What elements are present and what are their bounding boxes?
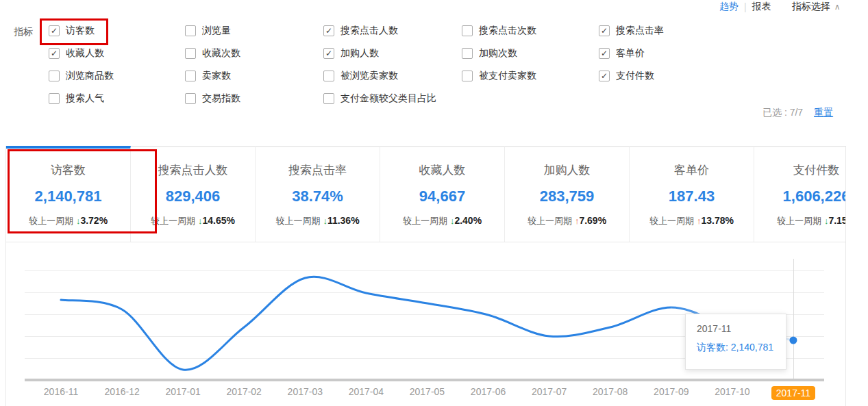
metric-card-title: 访客数	[6, 162, 130, 178]
checkbox-checked-icon[interactable]: ✓	[599, 48, 610, 59]
checkbox-unchecked-icon[interactable]	[185, 25, 196, 36]
checkbox-checked-icon[interactable]: ✓	[49, 48, 60, 59]
compare-prefix: 较上一周期	[649, 216, 694, 226]
metric-card-value: 94,667	[380, 188, 504, 205]
change-percent: 3.72%	[80, 215, 108, 226]
gridline	[25, 270, 824, 271]
metric-checkbox-label: 访客数	[66, 25, 95, 37]
checkbox-checked-icon[interactable]: ✓	[49, 25, 60, 36]
checkbox-checked-icon[interactable]: ✓	[323, 48, 334, 59]
metric-checkbox-item[interactable]: 加购次数	[462, 47, 536, 60]
metric-checkbox-label: 加购人数	[340, 47, 379, 60]
checkbox-unchecked-icon[interactable]	[185, 93, 196, 104]
metric-checkbox-item[interactable]: 交易指数	[185, 92, 240, 105]
chart-tooltip: 2017-11 访客数: 2,140,781	[685, 314, 786, 370]
checkbox-unchecked-icon[interactable]	[462, 25, 473, 36]
metric-card[interactable]: 访客数2,140,781较上一周期↓3.72%	[6, 146, 131, 242]
x-axis-label: 2017-08	[580, 386, 641, 397]
metric-card-title: 搜索点击率	[256, 162, 380, 178]
x-axis-label: 2016-12	[91, 386, 153, 397]
selected-count: 已选 : 7/7	[762, 107, 803, 119]
metric-checkbox-item[interactable]: 浏览量	[185, 24, 240, 37]
metric-checkbox-item[interactable]: 搜索点击次数	[462, 24, 536, 37]
metric-checkbox-label: 支付件数	[616, 70, 654, 82]
metric-card-compare: 较上一周期↓11.36%	[256, 215, 380, 227]
series-line	[61, 277, 793, 370]
metric-checkbox-label: 交易指数	[202, 92, 240, 105]
metric-card-compare: 较上一周期↑13.78%	[630, 215, 754, 227]
metric-checkbox-item[interactable]: 搜索人气	[49, 92, 114, 105]
compare-prefix: 较上一周期	[151, 216, 195, 226]
metric-checkbox-item[interactable]: 收藏次数	[185, 47, 240, 60]
metric-card[interactable]: 支付件数1,606,226较上一周期↓7.15%	[754, 146, 846, 242]
metric-checkbox-item[interactable]: ✓搜索点击人数	[323, 24, 436, 37]
checkbox-unchecked-icon[interactable]	[323, 71, 334, 81]
metric-checkbox-item[interactable]: ✓加购人数	[323, 47, 436, 60]
metric-card-title: 加购人数	[505, 162, 629, 178]
change-percent: 7.15%	[828, 215, 846, 226]
metric-card-value: 38.74%	[256, 188, 380, 205]
metric-checkbox-item[interactable]: 支付金额较父类目占比	[323, 92, 436, 105]
metric-checkbox-item[interactable]: 卖家数	[185, 69, 240, 82]
metrics-column: ✓搜索点击率✓客单价✓支付件数	[599, 24, 664, 92]
x-axis-label: 2017-02	[213, 386, 275, 397]
metrics-column: 搜索点击次数加购次数被支付卖家数	[462, 24, 536, 92]
checkbox-unchecked-icon[interactable]	[185, 48, 196, 59]
x-axis-bar	[25, 379, 824, 381]
x-axis-label: 2017-05	[396, 386, 458, 397]
metric-card[interactable]: 搜索点击人数829,406较上一周期↓14.65%	[131, 146, 256, 242]
metric-checkbox-item[interactable]: ✓访客数	[49, 24, 114, 37]
metric-checkbox-label: 被支付卖家数	[479, 70, 536, 82]
metric-checkbox-label: 支付金额较父类目占比	[340, 92, 436, 105]
metric-card-title: 客单价	[630, 162, 754, 178]
metric-card-value: 187.43	[630, 188, 754, 205]
metric-checkbox-label: 搜索人气	[66, 92, 104, 105]
metric-card[interactable]: 搜索点击率38.74%较上一周期↓11.36%	[256, 146, 380, 242]
metric-card-value: 1,606,226	[754, 188, 846, 205]
metric-checkbox-item[interactable]: 被支付卖家数	[462, 69, 536, 82]
x-axis-label: 2017-11	[762, 386, 824, 400]
checkbox-unchecked-icon[interactable]	[185, 71, 196, 81]
metric-checkbox-label: 被浏览卖家数	[340, 70, 398, 82]
x-axis-label: 2017-04	[335, 386, 397, 397]
checkbox-unchecked-icon[interactable]	[323, 93, 334, 104]
metric-card-value: 829,406	[131, 188, 255, 205]
change-percent: 13.78%	[702, 215, 734, 226]
x-axis: 2016-112016-122017-012017-022017-032017-…	[6, 386, 845, 403]
metric-checkbox-item[interactable]: ✓客单价	[599, 47, 664, 60]
metric-checkbox-item[interactable]: 浏览商品数	[49, 69, 114, 82]
metric-card[interactable]: 收藏人数94,667较上一周期↓2.40%	[380, 146, 505, 242]
x-axis-label: 2016-11	[30, 386, 92, 397]
checkbox-unchecked-icon[interactable]	[49, 93, 60, 104]
gridline	[25, 292, 824, 293]
checkbox-checked-icon[interactable]: ✓	[599, 25, 610, 36]
metric-checkbox-label: 搜索点击次数	[479, 25, 536, 37]
metric-checkbox-label: 卖家数	[202, 70, 231, 82]
metrics-column: 浏览量收藏次数卖家数交易指数	[185, 24, 240, 114]
metric-checkbox-item[interactable]: ✓收藏人数	[49, 47, 114, 60]
metric-checkbox-item[interactable]: 被浏览卖家数	[323, 69, 436, 82]
checkbox-checked-icon[interactable]: ✓	[599, 71, 610, 81]
selection-summary: 已选 : 7/7 重置	[762, 107, 833, 119]
checkbox-unchecked-icon[interactable]	[462, 71, 473, 81]
metric-checkbox-label: 浏览商品数	[66, 70, 114, 82]
reset-link[interactable]: 重置	[814, 107, 833, 119]
metric-card[interactable]: 客单价187.43较上一周期↑13.78%	[630, 146, 754, 242]
change-percent: 14.65%	[203, 215, 235, 226]
metric-card-title: 收藏人数	[380, 162, 504, 178]
metric-checkbox-item[interactable]: ✓支付件数	[599, 69, 664, 82]
checkbox-unchecked-icon[interactable]	[462, 48, 473, 59]
change-percent: 11.36%	[327, 215, 360, 226]
metric-card-compare: 较上一周期↓14.65%	[131, 215, 255, 227]
checkbox-unchecked-icon[interactable]	[49, 71, 60, 81]
metric-card-compare: 较上一周期↓2.40%	[380, 215, 504, 227]
trend-panel: 访客数2,140,781较上一周期↓3.72%搜索点击人数829,406较上一周…	[5, 146, 846, 406]
compare-prefix: 较上一周期	[403, 216, 447, 226]
metric-card-value: 283,759	[505, 188, 629, 205]
metric-checkbox-item[interactable]: ✓搜索点击率	[599, 24, 664, 37]
checkbox-checked-icon[interactable]: ✓	[323, 25, 334, 36]
metric-card[interactable]: 加购人数283,759较上一周期↑7.69%	[505, 146, 630, 242]
compare-prefix: 较上一周期	[777, 216, 821, 226]
metric-card-compare: 较上一周期↑7.69%	[505, 215, 629, 227]
metric-checkbox-label: 收藏次数	[202, 47, 240, 60]
